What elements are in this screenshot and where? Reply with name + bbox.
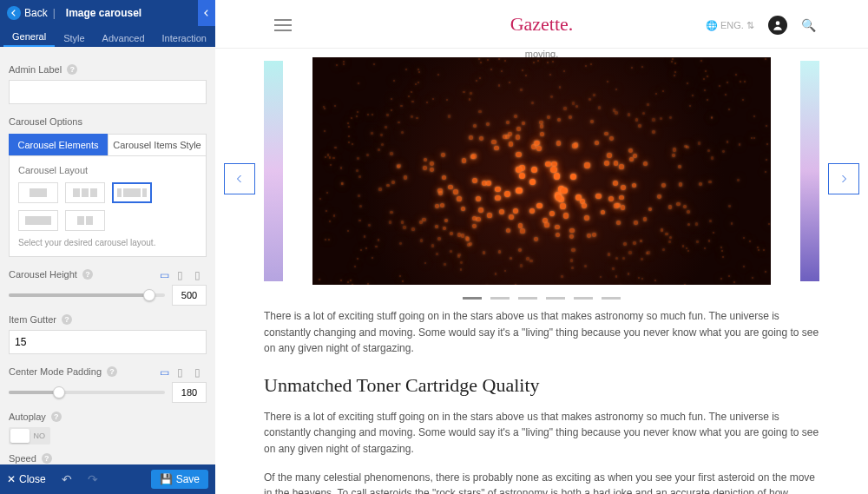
device-tablet-icon[interactable]: ▯	[177, 366, 189, 377]
device-desktop-icon[interactable]: ▭	[160, 366, 172, 377]
layout-opt-1[interactable]	[18, 182, 58, 203]
help-icon[interactable]: ?	[62, 314, 72, 325]
center-label: Center Mode Padding	[9, 366, 102, 377]
paragraph: There is a lot of exciting stuff going o…	[264, 308, 819, 357]
hamburger-icon[interactable]	[274, 16, 292, 35]
carousel-options-title: Carousel Options	[9, 116, 207, 127]
article-content: There is a lot of exciting stuff going o…	[215, 308, 868, 494]
center-value[interactable]	[172, 382, 207, 403]
svg-point-0	[776, 21, 780, 25]
carousel-prev-button[interactable]	[224, 163, 255, 194]
collapse-panel-button[interactable]	[198, 0, 215, 26]
admin-label-input[interactable]	[9, 80, 207, 104]
carousel-dot[interactable]	[602, 297, 621, 300]
device-desktop-icon[interactable]: ▭	[160, 269, 172, 280]
site-header: Gazette. 🌐 ENG. ⇅ 🔍	[215, 0, 868, 49]
back-button[interactable]: Back	[7, 6, 48, 20]
seg-items-style[interactable]: Carousel Items Style	[108, 134, 207, 155]
sidebar-tabs: General Style Advanced Interaction	[0, 26, 215, 47]
preview-canvas: Gazette. 🌐 ENG. ⇅ 🔍 moving.	[215, 0, 868, 494]
tab-advanced[interactable]: Advanced	[94, 30, 154, 47]
seg-elements[interactable]: Carousel Elements	[9, 134, 108, 155]
carousel-dot[interactable]	[574, 297, 593, 300]
editor-sidebar: Back | Image carousel General Style Adva…	[0, 0, 215, 494]
close-icon: ✕	[7, 473, 16, 485]
help-icon[interactable]: ?	[51, 412, 62, 422]
carousel-main-image[interactable]	[312, 57, 771, 285]
help-icon[interactable]: ?	[67, 64, 77, 75]
center-slider[interactable]	[9, 391, 165, 394]
back-label: Back	[24, 7, 48, 19]
height-label: Carousel Height	[9, 269, 77, 280]
redo-icon[interactable]: ↷	[88, 472, 98, 486]
layout-opt-2[interactable]	[65, 182, 105, 203]
layout-panel: Carousel Layout Select your desired caro…	[9, 156, 207, 257]
carousel-dot[interactable]	[490, 297, 510, 300]
help-icon[interactable]: ?	[107, 366, 117, 377]
help-icon[interactable]: ?	[82, 269, 93, 280]
paragraph: Of the many celestial phenomenons, there…	[264, 470, 819, 494]
layout-opt-5[interactable]	[65, 210, 105, 231]
layout-title: Carousel Layout	[18, 165, 197, 175]
module-title: Image carousel	[66, 7, 141, 19]
save-button[interactable]: 💾 Save	[151, 470, 208, 489]
layout-options	[18, 182, 197, 231]
gutter-label: Item Gutter	[9, 314, 56, 325]
responsive-devices: ▭ ▯ ▯	[160, 269, 207, 280]
carousel-side-image-right	[800, 61, 819, 281]
sidebar-body[interactable]: Admin Label ? Carousel Options Carousel …	[0, 47, 215, 464]
search-icon[interactable]: 🔍	[801, 18, 816, 32]
layout-hint: Select your desired carousel layout.	[18, 238, 197, 247]
site-brand[interactable]: Gazette.	[510, 13, 574, 36]
device-phone-icon[interactable]: ▯	[194, 366, 207, 377]
back-arrow-icon	[7, 6, 21, 20]
device-phone-icon[interactable]: ▯	[194, 269, 207, 280]
user-avatar-icon[interactable]	[768, 16, 787, 35]
carousel-dot[interactable]	[463, 297, 482, 300]
admin-label-text: Admin Label	[9, 64, 62, 75]
help-icon[interactable]: ?	[42, 453, 52, 464]
image-carousel	[215, 57, 868, 300]
tab-style[interactable]: Style	[55, 30, 93, 47]
sidebar-footer: ✕ Close ↶ ↷ 💾 Save	[0, 464, 215, 494]
speed-label: Speed	[9, 453, 36, 464]
device-tablet-icon[interactable]: ▯	[177, 269, 189, 280]
carousel-dot[interactable]	[546, 297, 565, 300]
close-button[interactable]: ✕ Close	[7, 473, 46, 485]
autoplay-label: Autoplay	[9, 412, 46, 422]
carousel-next-button[interactable]	[828, 163, 859, 194]
tab-interaction[interactable]: Interaction	[154, 30, 215, 47]
undo-icon[interactable]: ↶	[62, 472, 72, 486]
carousel-dot[interactable]	[518, 297, 537, 300]
tab-general[interactable]: General	[3, 28, 55, 47]
article-heading: Unmatched Toner Cartridge Quality	[264, 371, 819, 400]
height-value[interactable]	[172, 285, 207, 306]
carousel-segment: Carousel Elements Carousel Items Style	[9, 134, 207, 156]
carousel-side-image-left	[264, 61, 283, 281]
autoplay-toggle[interactable]: NO	[9, 427, 50, 445]
sidebar-header: Back | Image carousel	[0, 0, 215, 26]
lang-switcher[interactable]: 🌐 ENG. ⇅	[706, 20, 754, 31]
gutter-input[interactable]	[9, 330, 207, 354]
height-slider[interactable]	[9, 293, 165, 297]
carousel-pagination	[264, 297, 819, 300]
layout-opt-3[interactable]	[112, 182, 152, 203]
layout-opt-4[interactable]	[18, 210, 58, 231]
paragraph: There is a lot of exciting stuff going o…	[264, 409, 819, 458]
save-icon: 💾	[160, 473, 173, 485]
